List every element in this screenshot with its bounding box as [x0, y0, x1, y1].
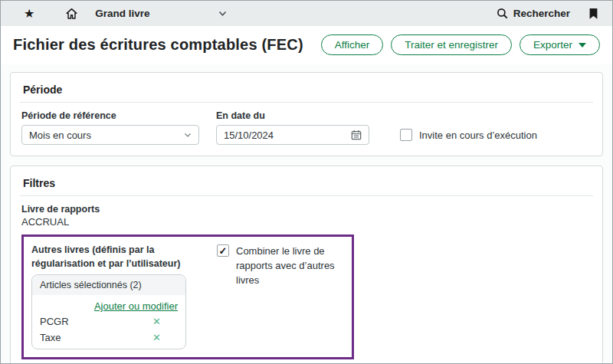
- search-label: Rechercher: [513, 8, 570, 19]
- topbar-right-group: Rechercher: [497, 8, 598, 20]
- module-switcher-dropdown[interactable]: Grand livre: [95, 8, 227, 19]
- combine-books-checkbox-row[interactable]: Combiner le livre de rapports avec d’aut…: [217, 244, 344, 288]
- top-navigation-bar: ★ Grand livre Rechercher: [1, 1, 612, 26]
- calendar-icon[interactable]: [351, 130, 362, 140]
- chevron-down-icon: [184, 133, 192, 138]
- module-label: Grand livre: [95, 8, 149, 19]
- star-icon[interactable]: ★: [24, 8, 34, 20]
- bookmark-icon[interactable]: [588, 8, 598, 20]
- selected-item-label: Taxe: [40, 332, 61, 343]
- other-books-field: Autres livres (définis par la régularisa…: [31, 243, 186, 349]
- chevron-down-icon: [218, 11, 227, 17]
- combine-books-checkbox-label: Combiner le livre de rapports avec d’aut…: [236, 244, 344, 288]
- combine-books-field: Combiner le livre de rapports avec d’aut…: [217, 244, 344, 288]
- selected-item-row: PCGR ✕: [32, 313, 185, 330]
- reporting-book-value: ACCRUAL: [21, 216, 592, 228]
- remove-item-icon[interactable]: ✕: [152, 316, 178, 327]
- reference-period-field: Période de référence Mois en cours: [21, 110, 199, 145]
- export-button-label: Exporter: [533, 39, 572, 51]
- show-button[interactable]: Afficher: [321, 34, 384, 55]
- app-window: ★ Grand livre Rechercher Fichier des écr…: [0, 0, 613, 364]
- search-button[interactable]: Rechercher: [497, 8, 570, 19]
- page-title: Fichier des écritures comptables (FEC): [13, 36, 303, 54]
- filtres-section-title: Filtres: [21, 174, 592, 195]
- add-or-edit-link[interactable]: Ajouter ou modifier: [94, 300, 178, 312]
- as-of-date-input[interactable]: 15/10/2024: [216, 125, 369, 145]
- divider: [20, 195, 593, 196]
- home-icon[interactable]: [65, 8, 78, 20]
- selected-items-header: Articles sélectionnés (2): [32, 275, 185, 295]
- divider: [20, 102, 593, 103]
- as-of-date-value: 15/10/2024: [224, 130, 274, 141]
- selected-item-label: PCGR: [40, 316, 69, 327]
- process-and-save-button[interactable]: Traiter et enregistrer: [391, 34, 512, 55]
- highlight-annotation-box: Autres livres (définis par la régularisa…: [21, 234, 354, 359]
- as-of-date-label: En date du: [216, 110, 369, 121]
- as-of-date-field: En date du 15/10/2024: [216, 110, 369, 145]
- process-button-label: Traiter et enregistrer: [405, 39, 498, 51]
- filtres-section: Filtres Livre de rapports ACCRUAL Autres…: [10, 166, 603, 364]
- show-button-label: Afficher: [335, 39, 370, 51]
- periode-section-title: Période: [21, 80, 592, 102]
- periode-section: Période Période de référence Mois en cou…: [10, 72, 603, 156]
- run-prompt-checkbox-row[interactable]: Invite en cours d’exécution: [400, 129, 537, 143]
- selected-items-panel: Articles sélectionnés (2) Ajouter ou mod…: [31, 274, 186, 349]
- combine-books-checkbox[interactable]: [217, 244, 229, 257]
- reference-period-select[interactable]: Mois en cours: [21, 125, 199, 145]
- selected-item-row: Taxe ✕: [32, 330, 185, 349]
- export-button[interactable]: Exporter: [520, 34, 600, 55]
- run-prompt-checkbox-label: Invite en cours d’exécution: [419, 129, 537, 143]
- reporting-book-label: Livre de rapports: [21, 204, 592, 215]
- reference-period-label: Période de référence: [21, 110, 199, 121]
- remove-item-icon[interactable]: ✕: [152, 332, 178, 343]
- search-icon: [497, 8, 508, 19]
- page-header: Fichier des écritures comptables (FEC) A…: [1, 26, 612, 64]
- run-prompt-checkbox[interactable]: [400, 129, 412, 141]
- other-books-label: Autres livres (définis par la régularisa…: [31, 243, 186, 271]
- caret-down-icon: [579, 43, 586, 48]
- reference-period-value: Mois en cours: [29, 130, 91, 141]
- page-action-buttons: Afficher Traiter et enregistrer Exporter: [321, 34, 600, 55]
